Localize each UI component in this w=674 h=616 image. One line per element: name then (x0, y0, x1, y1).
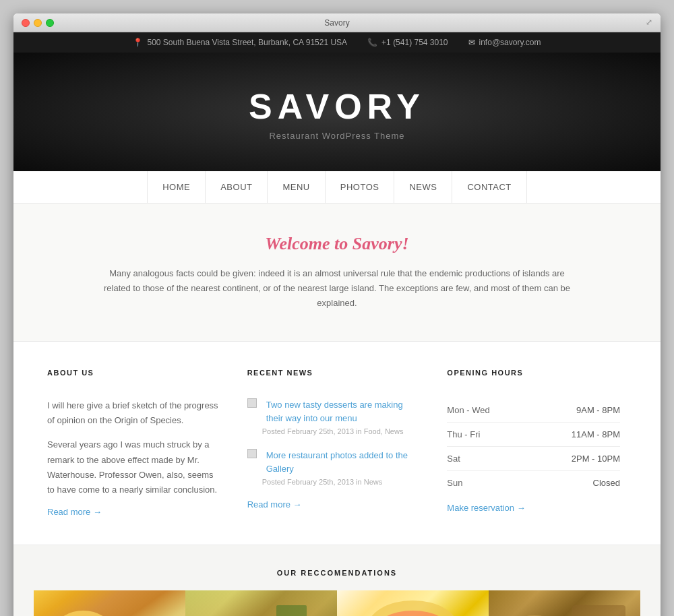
hours-time-2: 2PM - 10PM (572, 454, 620, 464)
news-item-1-header: Two new tasty desserts are making their … (247, 398, 421, 425)
about-read-more[interactable]: Read more → (47, 507, 102, 517)
phone-text: +1 (541) 754 3010 (381, 38, 448, 47)
browser-title: Savory (324, 18, 349, 28)
food-image-1 (34, 590, 185, 616)
about-para-2: Several years ago I was much struck by a… (47, 437, 220, 497)
welcome-title: Welcome to Savory! (94, 234, 580, 254)
hours-day-0: Mon - Wed (447, 405, 489, 415)
about-para-1: I will here give a brief sketch of the p… (47, 398, 220, 428)
rec-item-1 (34, 590, 185, 616)
welcome-text: Many analogous facts could be given: ind… (101, 266, 573, 311)
hours-time-3: Closed (593, 478, 620, 488)
window-controls (22, 19, 54, 27)
maximize-button[interactable] (46, 19, 54, 27)
news-item-2-title[interactable]: More restaurant photos added to the Gall… (266, 449, 421, 475)
nav-home[interactable]: HOME (147, 171, 206, 203)
email-item: ✉ info@savory.com (468, 38, 541, 47)
recommendations-section: OUR RECCOMENDATIONS (13, 545, 661, 616)
rec-item-3 (337, 590, 489, 616)
hours-row-1: Thu - Fri 11AM - 8PM (447, 423, 620, 447)
hero-content: SAVORY Restaurant WordPress Theme (27, 86, 647, 141)
three-column-section: ABOUT US I will here give a brief sketch… (13, 342, 661, 545)
welcome-section: Welcome to Savory! Many analogous facts … (13, 204, 661, 342)
rec-item-2 (185, 590, 337, 616)
expand-icon[interactable]: ⤢ (646, 18, 652, 28)
food-image-3 (337, 590, 489, 616)
hours-day-2: Sat (447, 454, 460, 464)
hours-title: OPENING HOURS (447, 369, 620, 385)
news-item-2: More restaurant photos added to the Gall… (247, 449, 421, 486)
hours-day-1: Thu - Fri (447, 429, 480, 439)
address-text: 500 South Buena Vista Street, Burbank, C… (147, 38, 347, 47)
food-image-4 (489, 590, 640, 616)
news-column: RECENT NEWS Two new tasty desserts are m… (234, 369, 434, 518)
location-icon: 📍 (133, 38, 143, 47)
email-text: info@savory.com (479, 38, 541, 47)
news-title: RECENT NEWS (247, 369, 421, 385)
nav-news[interactable]: NEWS (394, 171, 452, 203)
hours-row-0: Mon - Wed 9AM - 8PM (447, 398, 620, 423)
rec-item-4 (489, 590, 640, 616)
news-doc-icon-1 (247, 398, 257, 408)
hours-time-1: 11AM - 8PM (572, 429, 620, 439)
news-item-2-meta: Posted February 25th, 2013 in News (262, 478, 421, 486)
nav-menu[interactable]: MENU (268, 171, 325, 203)
email-icon: ✉ (468, 38, 475, 47)
nav-photos[interactable]: PHOTOS (326, 171, 395, 203)
hours-row-3: Sun Closed (447, 471, 620, 495)
hero-subtitle: Restaurant WordPress Theme (27, 131, 647, 141)
nav-about[interactable]: ABOUT (206, 171, 268, 203)
phone-item: 📞 +1 (541) 754 3010 (367, 38, 448, 47)
hours-time-0: 9AM - 8PM (576, 405, 620, 415)
browser-window: Savory ⤢ 📍 500 South Buena Vista Street,… (13, 13, 661, 616)
hours-column: OPENING HOURS Mon - Wed 9AM - 8PM Thu - … (433, 369, 634, 518)
phone-icon: 📞 (367, 38, 377, 47)
news-read-more[interactable]: Read more → (247, 499, 302, 510)
about-column: ABOUT US I will here give a brief sketch… (40, 369, 234, 518)
hours-day-3: Sun (447, 478, 462, 488)
about-title: ABOUT US (47, 369, 220, 385)
minimize-button[interactable] (34, 19, 42, 27)
main-nav: HOME ABOUT MENU PHOTOS NEWS CONTACT (13, 171, 661, 204)
food-image-2 (185, 590, 337, 616)
news-item-2-header: More restaurant photos added to the Gall… (247, 449, 421, 475)
top-bar: 📍 500 South Buena Vista Street, Burbank,… (13, 32, 661, 53)
browser-titlebar: Savory ⤢ (13, 13, 661, 32)
news-item-1-title[interactable]: Two new tasty desserts are making their … (266, 398, 421, 425)
news-item-1: Two new tasty desserts are making their … (247, 398, 421, 435)
news-doc-icon-2 (247, 449, 257, 458)
make-reservation-link[interactable]: Make reservation → (447, 503, 620, 513)
hours-row-2: Sat 2PM - 10PM (447, 447, 620, 471)
recommendations-grid (34, 590, 640, 616)
hero-section: SAVORY Restaurant WordPress Theme (13, 53, 661, 171)
recommendations-title: OUR RECCOMENDATIONS (34, 569, 640, 577)
hero-title: SAVORY (27, 86, 647, 127)
hours-table: Mon - Wed 9AM - 8PM Thu - Fri 11AM - 8PM… (447, 398, 620, 495)
news-item-1-meta: Posted February 25th, 2013 in Food, News (262, 427, 421, 435)
address-item: 📍 500 South Buena Vista Street, Burbank,… (133, 38, 347, 47)
close-button[interactable] (22, 19, 30, 27)
nav-contact[interactable]: CONTACT (452, 171, 526, 203)
